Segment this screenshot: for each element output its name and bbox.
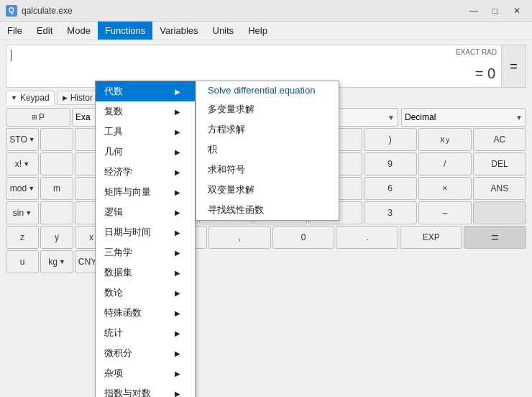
cursor (11, 50, 12, 61)
menu-functions[interactable]: Functions (98, 22, 152, 40)
window-title: qalculate.exe (22, 6, 464, 16)
btn-blank4 (40, 152, 73, 175)
menu-matrix[interactable]: 矩阵与向量 ▶ (96, 182, 195, 202)
sto-button[interactable]: STO ▼ (6, 128, 39, 151)
menu-geometry[interactable]: 几何 ▶ (96, 142, 195, 162)
equation-solve-item[interactable]: 方程求解 (196, 119, 339, 140)
multivar-solve-item[interactable]: 多变量求解 (196, 99, 339, 119)
zero-button[interactable]: 0 (272, 226, 335, 249)
menu-trig[interactable]: 三角学 ▶ (96, 242, 195, 263)
ans-button[interactable]: ANS (473, 177, 526, 200)
menu-dataset[interactable]: 数据集 ▶ (96, 263, 195, 283)
title-bar: Q qalculate.exe — □ ✕ (0, 0, 532, 22)
algebra-submenu: Solve differential equation 多变量求解 方程求解 积… (196, 81, 339, 221)
sum-symbol-item[interactable]: 求和符号 (196, 160, 339, 180)
dot-button[interactable]: . (336, 226, 398, 249)
menu-variables[interactable]: Variables (152, 22, 205, 40)
menu-misc[interactable]: 杂项 ▶ (96, 363, 195, 383)
menu-explog[interactable]: 指数与对数 ▶ (96, 383, 195, 397)
format-label: Decimal (405, 112, 436, 122)
menu-complex[interactable]: 复数 ▶ (96, 101, 195, 122)
minus-button[interactable]: – (418, 201, 472, 224)
equals-button[interactable]: = (502, 45, 526, 88)
nine-button[interactable]: 9 (364, 152, 417, 175)
tab-keypad[interactable]: ▼ Keypad (6, 91, 55, 105)
factorial-button[interactable]: x! ▼ (6, 152, 39, 175)
menu-bar: File Edit Mode Functions Variables Units… (0, 22, 532, 40)
exact-rad-label: EXACT RAD (456, 48, 497, 56)
menu-numtheory[interactable]: 数论 ▶ (96, 283, 195, 303)
btn-blank1 (40, 128, 73, 151)
mod-button[interactable]: mod ▼ (6, 177, 39, 200)
find-linear-item[interactable]: 寻找线性函数 (196, 200, 339, 220)
menu-file[interactable]: File (0, 22, 29, 40)
maximize-button[interactable]: □ (486, 3, 505, 19)
algebra-arrow: ▶ (175, 88, 180, 96)
y-button[interactable]: y (40, 226, 73, 249)
equals-main-button[interactable]: = (464, 226, 526, 249)
mode-arrow: ▼ (387, 114, 395, 122)
close-paren-button[interactable]: ) (364, 128, 417, 151)
bivar-solve-item[interactable]: 双变量求解 (196, 180, 339, 200)
comma-button[interactable]: , (208, 226, 271, 249)
window-controls: — □ ✕ (464, 3, 526, 19)
input-line (6, 45, 501, 64)
menu-stats[interactable]: 统计 ▶ (96, 323, 195, 343)
close-button[interactable]: ✕ (508, 3, 526, 19)
minimize-button[interactable]: — (464, 3, 483, 19)
example-label: Exa (75, 112, 91, 122)
menu-tools[interactable]: 工具 ▶ (96, 122, 195, 142)
three-button[interactable]: 3 (364, 201, 417, 224)
xy-button[interactable]: xy (418, 128, 472, 151)
solve-diffeq-item[interactable]: Solve differential equation (196, 81, 339, 99)
p-label: P (39, 112, 45, 122)
six-button[interactable]: 6 (364, 177, 417, 200)
btn-blank9 (40, 201, 73, 224)
keypad-view-btn[interactable]: ⊞ P (6, 108, 70, 127)
sin-button[interactable]: sin ▼ (6, 201, 39, 224)
menu-mode[interactable]: Mode (60, 22, 98, 40)
ac-button[interactable]: AC (473, 128, 526, 151)
menu-logic[interactable]: 逻辑 ▶ (96, 202, 195, 222)
z-button[interactable]: z (6, 226, 39, 249)
format-arrow: ▼ (515, 114, 523, 122)
app-icon: Q (6, 5, 17, 17)
menu-edit[interactable]: Edit (29, 22, 60, 40)
enter-button-top[interactable] (473, 201, 526, 224)
del-button[interactable]: DEL (473, 152, 526, 175)
format-dropdown[interactable]: Decimal ▼ (401, 108, 526, 127)
menu-economics[interactable]: 经济学 ▶ (96, 162, 195, 182)
menu-algebra[interactable]: 代数 ▶ (96, 81, 195, 101)
u-button[interactable]: u (6, 250, 39, 273)
main-area: EXACT RAD = 0 = ▼ Keypad ▶ Histor ⊞ P Ex… (0, 40, 532, 397)
multiply-button[interactable]: × (418, 177, 472, 200)
functions-dropdown-menu: 代数 ▶ 复数 ▶ 工具 ▶ 几何 ▶ 经济学 ▶ 矩阵与向量 ▶ 逻辑 ▶ 日… (95, 81, 196, 397)
menu-help[interactable]: Help (241, 22, 275, 40)
menu-calculus[interactable]: 微积分 ▶ (96, 343, 195, 363)
exp-button[interactable]: EXP (400, 226, 462, 249)
menu-datetime[interactable]: 日期与时间 ▶ (96, 222, 195, 242)
divide-button[interactable]: / (418, 152, 472, 175)
menu-units[interactable]: Units (206, 22, 242, 40)
product-item[interactable]: 积 (196, 140, 339, 160)
menu-special[interactable]: 特殊函数 ▶ (96, 303, 195, 323)
kg-button[interactable]: kg ▼ (40, 250, 73, 273)
tab-history[interactable]: ▶ Histor (58, 91, 98, 105)
tab-keypad-label: Keypad (20, 93, 50, 103)
m-button[interactable]: m (40, 177, 73, 200)
tab-history-label: Histor (70, 93, 93, 103)
